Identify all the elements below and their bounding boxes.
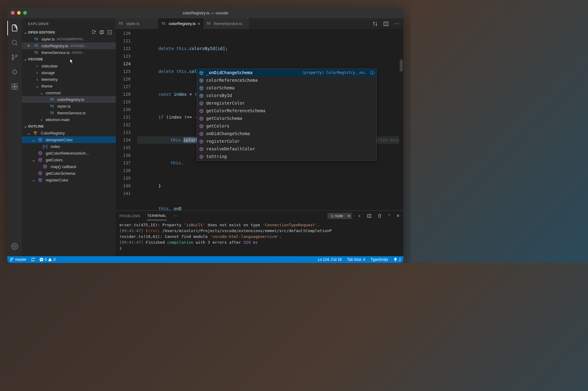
zoom-window-button[interactable]	[23, 11, 27, 15]
chevron-icon: ⌄	[31, 158, 36, 162]
suggest-item[interactable]: getColors	[197, 122, 376, 130]
suggest-label: getColors	[206, 122, 229, 130]
outline-item[interactable]: ⌄ColorRegistry	[22, 130, 116, 136]
close-panel-icon[interactable]: ✕	[396, 213, 400, 218]
ts-file-icon: TS	[50, 111, 55, 115]
activity-explorer[interactable]	[7, 21, 22, 35]
editor-tab[interactable]: TScolorRegistry.ts×	[158, 18, 204, 29]
close-icon[interactable]: ×	[27, 43, 32, 48]
line-number: 132	[116, 121, 131, 129]
error-icon	[39, 257, 44, 262]
activity-debug[interactable]	[7, 65, 22, 79]
suggest-item[interactable]: getColorReferenceSchema	[197, 107, 376, 115]
editor-body[interactable]: 1201211221231241251261271281291301311321…	[116, 29, 403, 210]
suggest-label: getColorReferenceSchema	[206, 107, 265, 115]
info-icon[interactable]: ⓘ	[370, 69, 374, 77]
tree-item[interactable]: TScolorRegistry.ts	[22, 96, 116, 103]
sidebar-title: EXPLORER	[22, 18, 116, 29]
suggest-item[interactable]: resolveDefaultColor	[197, 145, 376, 153]
editor-area: TSstyler.ts×TScolorRegistry.ts×TSthemeSe…	[116, 18, 403, 256]
tree-item[interactable]: ⌄common	[22, 89, 116, 96]
status-branch[interactable]: master	[10, 257, 27, 262]
open-editor-item[interactable]: ×TSstyler.ts src/vs/platform/t...	[22, 36, 116, 42]
suggest-item[interactable]: toString	[197, 153, 376, 160]
outline-header[interactable]: ⌄ OUTLINE	[22, 123, 116, 130]
status-language[interactable]: TypeScript	[371, 257, 388, 262]
trash-icon[interactable]	[377, 213, 382, 218]
suggest-item[interactable]: registerColor	[197, 138, 376, 145]
compare-icon[interactable]	[372, 21, 378, 27]
suggest-label: deregisterColor	[206, 99, 245, 107]
tree-item[interactable]: TSstyler.ts	[22, 103, 116, 109]
tree-item[interactable]: ›telemetry	[22, 76, 116, 83]
new-terminal-icon[interactable]: ＋	[357, 213, 361, 219]
open-editors-header[interactable]: ⌄ OPEN EDITORS	[22, 29, 116, 36]
tree-item[interactable]: ⌄theme	[22, 83, 116, 89]
new-file-icon[interactable]	[91, 30, 96, 35]
activity-bar	[7, 18, 22, 256]
extensions-icon	[11, 83, 18, 90]
status-cursor[interactable]: Ln 124, Col 18	[318, 257, 342, 262]
suggest-item[interactable]: getColorSchema	[197, 115, 376, 122]
outline-item[interactable]: getColorReferenceSch...	[22, 150, 116, 156]
minimize-window-button[interactable]	[17, 11, 21, 15]
activity-extensions[interactable]	[7, 79, 22, 94]
tree-item[interactable]: ›statusbar	[22, 63, 116, 69]
terminal-select[interactable]: 1: node ▾	[328, 213, 352, 219]
outline-item[interactable]: ⌄registerColor	[22, 177, 116, 183]
suggest-item[interactable]: colorReferenceSchema	[197, 77, 376, 84]
code-content[interactable]: delete this.colorsById[id]; delete this.…	[137, 29, 403, 210]
panel-tab-terminal[interactable]: TERMINAL	[147, 211, 167, 220]
window-title: colorRegistry.ts — vscode	[182, 11, 228, 15]
tree-item[interactable]: ›electron-main	[22, 116, 116, 123]
open-editor-item[interactable]: ×TScolorRegistry.ts src/vs/pl...	[22, 42, 116, 49]
panel-tab-problems[interactable]: PROBLEMS	[119, 212, 140, 220]
outline-item[interactable]: getColorSchema	[22, 170, 116, 177]
sidebar: EXPLORER ⌄ OPEN EDITORS ×TSstyler.ts src…	[22, 18, 116, 256]
more-icon[interactable]: ⋯	[173, 213, 177, 218]
status-notifications[interactable]: 2	[393, 257, 401, 262]
workspace-header[interactable]: ⌄ VSCODE	[22, 56, 116, 63]
line-number: 140	[116, 182, 131, 190]
editor-tab[interactable]: TSstyler.ts×	[116, 18, 158, 29]
line-number: 120	[116, 30, 131, 37]
activity-scm[interactable]	[7, 50, 22, 65]
status-sync[interactable]	[31, 257, 35, 262]
suggest-item[interactable]: _onDidChangeSchema(property) ColorRegist…	[197, 69, 376, 77]
status-problems[interactable]: 0 0	[39, 257, 55, 262]
tree-item-label: theme	[41, 84, 52, 88]
minimap[interactable]	[399, 29, 403, 210]
suggest-item[interactable]: deregisterColor	[197, 99, 376, 107]
sync-icon	[31, 257, 35, 262]
close-window-button[interactable]	[11, 11, 15, 15]
close-tab-icon[interactable]: ×	[198, 21, 200, 26]
tree-item-label: themeService.ts	[57, 111, 86, 115]
outline-item[interactable]: ⌄deregisterColor	[22, 136, 116, 143]
save-all-icon[interactable]	[99, 30, 104, 35]
suggest-item[interactable]: onDidChangeSchema	[197, 130, 376, 138]
editor-tab[interactable]: TSthemeService.ts×	[204, 18, 250, 29]
symbol-method-icon	[199, 154, 204, 159]
tree-item[interactable]: ›storage	[22, 69, 116, 76]
suggest-item[interactable]: colorsById	[197, 92, 376, 99]
minimap-thumb[interactable]	[400, 59, 403, 72]
more-icon[interactable]: ⋯	[394, 21, 399, 27]
vscode-window: colorRegistry.ts — vscode	[7, 7, 403, 263]
tree-item[interactable]: TSthemeService.ts	[22, 109, 116, 116]
outline-item[interactable]: map() callback	[22, 163, 116, 170]
status-tabsize[interactable]: Tab Size: 4	[347, 257, 365, 262]
open-editor-item[interactable]: ×TSthemeService.ts src/vs/...	[22, 49, 116, 56]
file-name: themeService.ts	[41, 50, 70, 55]
activity-settings[interactable]	[7, 239, 22, 254]
outline-item[interactable]: ⌄getColors	[22, 156, 116, 163]
chevron-up-icon[interactable]: ⌃	[388, 213, 391, 218]
split-terminal-icon[interactable]	[367, 213, 372, 218]
collapse-all-icon[interactable]	[107, 30, 112, 35]
suggest-item[interactable]: colorSchema	[197, 84, 376, 92]
split-editor-icon[interactable]	[383, 21, 389, 27]
activity-search[interactable]	[7, 35, 22, 50]
terminal-content[interactable]: erver.ts(475,15): Property 'isBuilt' doe…	[116, 221, 403, 256]
suggest-widget[interactable]: _onDidChangeSchema(property) ColorRegist…	[197, 69, 377, 161]
open-editors-list: ×TSstyler.ts src/vs/platform/t...×TScolo…	[22, 36, 116, 56]
outline-item[interactable]: [∘]index	[22, 143, 116, 150]
